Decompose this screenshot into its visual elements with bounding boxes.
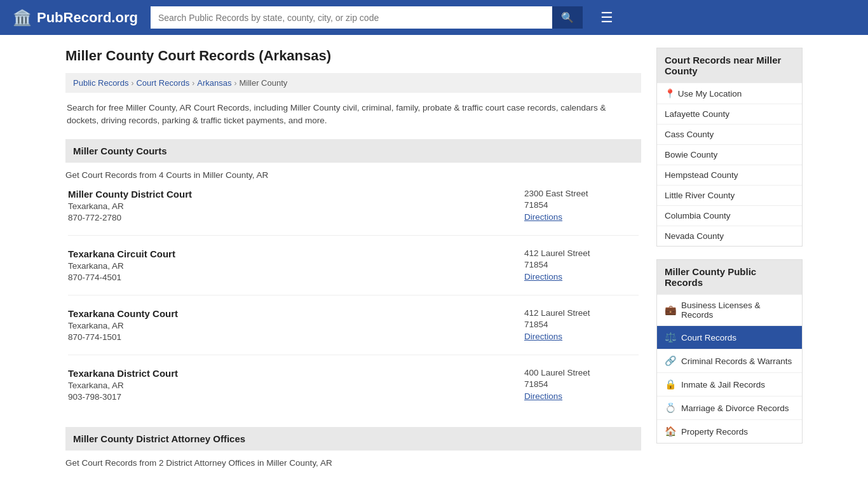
search-icon: 🔍 — [561, 12, 574, 23]
breadcrumb-court-records[interactable]: Court Records — [136, 78, 189, 88]
nearby-list: 📍 Use My Location Lafayette County Cass … — [657, 83, 802, 246]
bowie-county-link[interactable]: Bowie County — [657, 145, 802, 165]
list-item[interactable]: 🏠 Property Records — [657, 419, 802, 443]
list-item[interactable]: Cass County — [657, 124, 802, 144]
breadcrumb: Public Records › Court Records › Arkansa… — [65, 73, 641, 93]
sidebar: Court Records near Miller County 📍 Use M… — [656, 48, 803, 468]
court-zip: 71854 — [524, 260, 639, 269]
lock-icon: 🔒 — [665, 379, 676, 390]
columbia-county-link[interactable]: Columbia County — [657, 206, 802, 226]
list-item[interactable]: Lafayette County — [657, 104, 802, 124]
court-name: Texarkana County Court — [68, 308, 524, 319]
page-description: Search for free Miller County, AR Court … — [65, 102, 641, 128]
da-section: Miller County District Attorney Offices … — [65, 427, 641, 468]
da-intro: Get Court Records from 2 District Attorn… — [65, 458, 641, 468]
main-container: Miller County Court Records (Arkansas) P… — [53, 35, 815, 480]
court-street: 412 Laurel Street — [524, 248, 639, 258]
nevada-county-link[interactable]: Nevada County — [657, 226, 802, 246]
nearby-header: Court Records near Miller County — [657, 48, 802, 83]
marriage-divorce-label: Marriage & Divorce Records — [681, 403, 789, 413]
breadcrumb-sep-2: › — [192, 79, 194, 88]
breadcrumb-public-records[interactable]: Public Records — [73, 78, 128, 88]
list-item[interactable]: Bowie County — [657, 144, 802, 165]
hamburger-menu-button[interactable]: ☰ — [600, 10, 613, 26]
directions-link[interactable]: Directions — [524, 272, 562, 281]
table-row: Texarkana District Court Texarkana, AR 9… — [68, 368, 639, 414]
use-my-location-link[interactable]: 📍 Use My Location — [657, 83, 802, 104]
search-button[interactable]: 🔍 — [552, 6, 583, 29]
courts-list: Miller County District Court Texarkana, … — [65, 189, 641, 414]
table-row: Texarkana Circuit Court Texarkana, AR 87… — [68, 248, 639, 295]
table-row: Texarkana County Court Texarkana, AR 870… — [68, 308, 639, 355]
court-zip: 71854 — [524, 200, 639, 210]
inmate-records-link[interactable]: 🔒 Inmate & Jail Records — [657, 373, 802, 396]
breadcrumb-arkansas[interactable]: Arkansas — [197, 78, 231, 88]
list-item[interactable]: 💍 Marriage & Divorce Records — [657, 396, 802, 419]
marriage-divorce-link[interactable]: 💍 Marriage & Divorce Records — [657, 396, 802, 419]
list-item[interactable]: ⚖️ Court Records — [657, 325, 802, 349]
breadcrumb-sep-1: › — [131, 79, 133, 88]
link-icon: 🔗 — [665, 355, 676, 367]
business-licenses-label: Business Licenses & Records — [681, 301, 794, 320]
house-icon: 🏠 — [665, 426, 676, 437]
list-item[interactable]: Hempstead County — [657, 165, 802, 185]
public-records-list: 💼 Business Licenses & Records ⚖️ Court R… — [657, 294, 802, 443]
list-item[interactable]: 🔒 Inmate & Jail Records — [657, 372, 802, 396]
site-header: 🏛️ PubRecord.org 🔍 ☰ — [0, 0, 868, 35]
court-phone: 870-774-1501 — [68, 332, 524, 342]
court-city: Texarkana, AR — [68, 261, 524, 271]
content-area: Miller County Court Records (Arkansas) P… — [65, 48, 641, 468]
hempstead-county-link[interactable]: Hempstead County — [657, 165, 802, 185]
court-records-link[interactable]: ⚖️ Court Records — [657, 326, 802, 349]
court-info: Texarkana County Court Texarkana, AR 870… — [68, 308, 524, 342]
court-info: Miller County District Court Texarkana, … — [68, 189, 524, 222]
court-street: 412 Laurel Street — [524, 308, 639, 318]
list-item[interactable]: Nevada County — [657, 226, 802, 246]
directions-link[interactable]: Directions — [524, 332, 562, 341]
lafayette-county-link[interactable]: Lafayette County — [657, 104, 802, 124]
business-licenses-link[interactable]: 💼 Business Licenses & Records — [657, 295, 802, 325]
little-river-county-link[interactable]: Little River County — [657, 186, 802, 205]
criminal-records-link[interactable]: 🔗 Criminal Records & Warrants — [657, 349, 802, 372]
hamburger-icon: ☰ — [600, 10, 613, 25]
property-records-label: Property Records — [681, 427, 748, 437]
list-item[interactable]: Little River County — [657, 185, 802, 205]
ring-icon: 💍 — [665, 402, 676, 414]
scales-icon: ⚖️ — [665, 332, 676, 343]
court-city: Texarkana, AR — [68, 321, 524, 330]
court-city: Texarkana, AR — [68, 201, 524, 211]
briefcase-icon: 💼 — [665, 304, 676, 316]
court-name: Miller County District Court — [68, 189, 524, 200]
court-info: Texarkana District Court Texarkana, AR 9… — [68, 368, 524, 402]
court-address: 412 Laurel Street 71854 Directions — [524, 308, 639, 342]
court-address: 412 Laurel Street 71854 Directions — [524, 248, 639, 282]
court-zip: 71854 — [524, 379, 639, 389]
list-item[interactable]: 💼 Business Licenses & Records — [657, 294, 802, 325]
court-info: Texarkana Circuit Court Texarkana, AR 87… — [68, 248, 524, 282]
court-name: Texarkana Circuit Court — [68, 248, 524, 259]
directions-link[interactable]: Directions — [524, 391, 562, 401]
search-input[interactable] — [151, 6, 552, 29]
inmate-records-label: Inmate & Jail Records — [681, 380, 765, 390]
site-logo[interactable]: 🏛️ PubRecord.org — [13, 9, 138, 27]
court-zip: 71854 — [524, 320, 639, 329]
court-street: 400 Laurel Street — [524, 368, 639, 377]
directions-link[interactable]: Directions — [524, 212, 562, 222]
court-address: 2300 East Street 71854 Directions — [524, 189, 639, 222]
list-item[interactable]: Columbia County — [657, 205, 802, 226]
cass-county-link[interactable]: Cass County — [657, 125, 802, 144]
courts-intro: Get Court Records from 4 Courts in Mille… — [65, 170, 641, 180]
list-item[interactable]: 📍 Use My Location — [657, 83, 802, 104]
property-records-link[interactable]: 🏠 Property Records — [657, 420, 802, 443]
page-title: Miller County Court Records (Arkansas) — [65, 48, 641, 64]
list-item[interactable]: 🔗 Criminal Records & Warrants — [657, 349, 802, 372]
table-row: Miller County District Court Texarkana, … — [68, 189, 639, 236]
courts-section-header: Miller County Courts — [65, 139, 641, 163]
logo-icon: 🏛️ — [13, 9, 32, 27]
court-street: 2300 East Street — [524, 189, 639, 198]
court-phone: 870-772-2780 — [68, 213, 524, 222]
court-address: 400 Laurel Street 71854 Directions — [524, 368, 639, 402]
location-pin-icon: 📍 — [665, 89, 675, 98]
court-records-label: Court Records — [681, 333, 736, 342]
court-phone: 870-774-4501 — [68, 273, 524, 282]
